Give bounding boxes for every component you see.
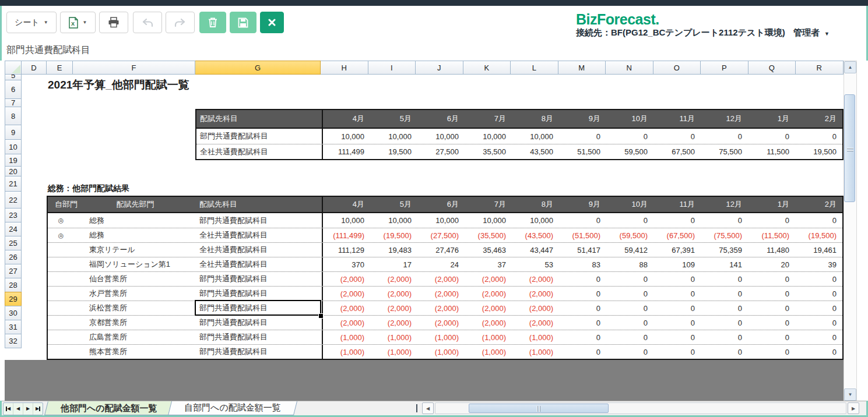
value-cell[interactable]: 11,480 (748, 243, 795, 257)
value-cell[interactable]: 10,000 (512, 213, 559, 228)
value-cell[interactable]: (1,000) (323, 330, 370, 344)
target-account-cell[interactable]: 部門共通費配賦科目 (196, 345, 322, 359)
value-cell[interactable]: 35,463 (465, 243, 512, 257)
value-cell[interactable]: 59,500 (606, 144, 653, 159)
value-cell[interactable]: 0 (701, 129, 748, 144)
value-cell[interactable]: 0 (653, 272, 701, 286)
value-cell[interactable]: (27,500) (417, 228, 465, 242)
value-cell[interactable]: (19,500) (795, 228, 842, 242)
value-cell[interactable]: 0 (653, 213, 701, 228)
target-dept-cell[interactable]: 京都営業所 (74, 316, 196, 330)
row-header-32[interactable]: 32 (5, 334, 22, 348)
target-account-cell[interactable]: 全社共通費配賦科目 (196, 257, 322, 271)
own-dept-cell[interactable]: ◎ (48, 213, 74, 228)
value-cell[interactable]: 0 (795, 316, 842, 330)
own-dept-cell[interactable] (48, 243, 74, 257)
row-header-8[interactable]: 8 (5, 107, 22, 125)
value-cell[interactable]: 0 (748, 129, 795, 144)
value-cell[interactable]: (1,000) (323, 345, 370, 359)
value-cell[interactable]: 67,500 (653, 144, 701, 159)
value-cell[interactable]: 0 (606, 330, 653, 344)
value-cell[interactable]: 10,000 (512, 129, 559, 144)
value-cell[interactable]: 0 (795, 272, 842, 286)
value-cell[interactable]: (67,500) (653, 228, 701, 242)
row-header-22[interactable]: 22 (5, 191, 22, 208)
own-dept-cell[interactable] (48, 316, 74, 330)
column-header-m[interactable]: M (558, 61, 606, 75)
horizontal-scrollbar[interactable] (435, 402, 846, 414)
value-cell[interactable]: 75,359 (701, 243, 748, 257)
value-cell[interactable]: 39 (795, 257, 842, 271)
own-dept-cell[interactable] (48, 257, 74, 271)
value-cell[interactable]: 0 (559, 213, 606, 228)
value-cell[interactable]: (43,500) (512, 228, 559, 242)
column-header-o[interactable]: O (653, 61, 701, 75)
value-cell[interactable]: (2,000) (512, 272, 559, 286)
row-header-30[interactable]: 30 (5, 306, 22, 320)
value-cell[interactable]: 0 (701, 301, 748, 315)
row-header-26[interactable]: 26 (5, 250, 22, 264)
first-sheet-button[interactable]: ◀ (3, 403, 13, 415)
undo-button[interactable] (133, 12, 162, 33)
table-row[interactable]: ◎ 総務 全社共通費配賦科目 (111,499) (19,500) (27,50… (48, 228, 842, 242)
value-cell[interactable]: 0 (795, 345, 842, 359)
value-cell[interactable]: 0 (606, 272, 653, 286)
value-cell[interactable]: (75,500) (701, 228, 748, 242)
value-cell[interactable]: 0 (748, 330, 795, 344)
redo-button[interactable] (166, 12, 195, 33)
tab-other-dept-allocation[interactable]: 他部門への配賦金額一覧 (44, 401, 174, 415)
value-cell[interactable]: (11,500) (748, 228, 795, 242)
value-cell[interactable]: 111,499 (323, 144, 370, 159)
scroll-down-button[interactable]: ▼ (844, 388, 856, 401)
target-account-cell[interactable]: 部門共通費配賦科目 (196, 272, 322, 286)
value-cell[interactable]: (19,500) (370, 228, 417, 242)
value-cell[interactable]: 0 (559, 287, 606, 301)
value-cell[interactable]: 0 (606, 129, 653, 144)
value-cell[interactable]: 37 (465, 257, 512, 271)
value-cell[interactable]: 59,412 (606, 243, 653, 257)
scroll-right-button[interactable]: ▶ (848, 402, 859, 414)
value-cell[interactable]: 0 (701, 213, 748, 228)
value-cell[interactable]: 109 (653, 257, 701, 271)
target-dept-cell[interactable]: 水戸営業所 (74, 287, 196, 301)
formula-bar[interactable]: 部門共通費配賦科目 (2, 40, 866, 61)
row-header-6[interactable]: 6 (5, 80, 22, 99)
fill-handle[interactable] (318, 313, 324, 319)
value-cell[interactable]: 75,500 (701, 144, 748, 159)
value-cell[interactable]: (2,000) (512, 316, 559, 330)
value-cell[interactable]: 0 (795, 129, 842, 144)
value-cell[interactable]: (2,000) (465, 272, 512, 286)
value-cell[interactable]: 0 (606, 213, 653, 228)
value-cell[interactable]: 88 (606, 257, 653, 271)
value-cell[interactable]: 0 (559, 272, 606, 286)
value-cell[interactable]: (2,000) (417, 316, 465, 330)
target-account-cell[interactable]: 部門共通費配賦科目 (196, 287, 322, 301)
target-account-cell[interactable]: 部門共通費配賦科目 (196, 330, 322, 344)
table-row[interactable]: 仙台営業所 部門共通費配賦科目 (2,000) (2,000) (2,000) … (48, 271, 842, 286)
value-cell[interactable]: 51,500 (559, 144, 606, 159)
value-cell[interactable]: 27,500 (417, 144, 465, 159)
own-dept-cell[interactable] (48, 287, 74, 301)
value-cell[interactable]: 19,500 (370, 144, 417, 159)
value-cell[interactable]: 0 (653, 330, 701, 344)
target-dept-cell[interactable]: 仙台営業所 (74, 272, 196, 286)
value-cell[interactable]: 0 (559, 129, 606, 144)
select-all-corner[interactable] (5, 61, 22, 75)
value-cell[interactable]: 0 (748, 213, 795, 228)
column-header-d[interactable]: D (22, 61, 47, 75)
row-header-29-selected[interactable]: 29 (5, 292, 22, 306)
value-cell[interactable]: 0 (701, 330, 748, 344)
excel-export-button[interactable]: X ▼ (60, 12, 96, 33)
close-button[interactable] (260, 12, 284, 33)
value-cell[interactable]: 0 (748, 345, 795, 359)
value-cell[interactable]: (35,500) (465, 228, 512, 242)
target-account-cell[interactable]: 部門共通費配賦科目 (196, 316, 322, 330)
value-cell[interactable]: 0 (559, 330, 606, 344)
value-cell[interactable]: (2,000) (417, 287, 465, 301)
column-header-k[interactable]: K (463, 61, 511, 75)
value-cell[interactable]: 0 (559, 345, 606, 359)
value-cell[interactable]: 0 (748, 287, 795, 301)
value-cell[interactable]: 10,000 (465, 213, 512, 228)
value-cell[interactable]: 19,483 (370, 243, 417, 257)
tab-own-dept-allocation[interactable]: 自部門への配賦金額一覧 (168, 401, 297, 415)
